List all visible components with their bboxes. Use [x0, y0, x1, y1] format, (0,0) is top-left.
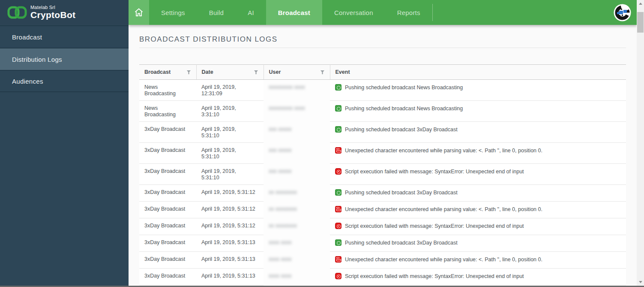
event-message: Script execution failed with message: Sy…: [345, 273, 524, 280]
user-cell-redacted: xxx xxxxx: [264, 164, 330, 185]
user-cell-redacted: xxxx xxxx: [264, 252, 330, 269]
table-row: News Broadcasting April 19, 2019, 12:31:…: [139, 80, 626, 101]
event-message: Unexpected character encountered while p…: [345, 206, 542, 213]
event-status-icon: [335, 206, 341, 212]
tab-broadcast[interactable]: Broadcast: [266, 0, 322, 25]
filter-icon[interactable]: [186, 70, 191, 75]
column-header-date[interactable]: Date: [196, 65, 264, 80]
brand-logo-area[interactable]: Matelab Srl CryptoBot: [0, 0, 129, 25]
table-row: 3xDay Broadcast April 19, 2019, 5:31:10 …: [139, 122, 626, 143]
table-row: 3xDay Broadcast April 19, 2019, 5:31:12 …: [139, 218, 626, 235]
cryptobot-logo-icon: [7, 5, 27, 20]
user-cell-redacted: xxxxxxxxx xxxx: [264, 101, 330, 122]
tab-ai[interactable]: AI: [236, 0, 266, 25]
scrollbar-up-arrow[interactable]: [637, 0, 644, 7]
filter-icon[interactable]: [254, 70, 258, 75]
event-status-icon: [335, 147, 341, 154]
event-status-icon: [335, 189, 341, 196]
user-cell-redacted: xx xxxxxxxx: [264, 185, 330, 202]
nav-separator: [432, 4, 433, 21]
user-cell-redacted: xx xxxxxxxx: [264, 218, 330, 235]
top-nav-tabs: Settings Build AI Broadcast Conversation…: [149, 0, 433, 25]
scrollbar-thumb[interactable]: [637, 12, 644, 33]
user-cell-redacted: xxxx xxxx: [264, 269, 330, 285]
avatar-logo-icon: [614, 4, 631, 21]
home-button[interactable]: [129, 0, 149, 25]
event-status-icon: [335, 273, 341, 279]
user-cell-redacted: xxxx xxxx: [264, 235, 330, 252]
event-status-icon: [335, 105, 341, 112]
event-message: Unexpected character encountered while p…: [345, 147, 542, 154]
event-message: Script execution failed with message: Sy…: [345, 223, 524, 230]
sidebar: Matelab Srl CryptoBot Broadcast Distribu…: [0, 0, 129, 287]
column-header-user[interactable]: User: [264, 65, 330, 80]
tab-reports[interactable]: Reports: [385, 0, 432, 25]
event-message: Pushing scheduled broadcast 3xDay Broadc…: [345, 126, 458, 133]
table-row: 3xDay Broadcast April 19, 2019, 5:31:13 …: [139, 252, 626, 269]
page-title: BROADCAST DISTRIBUTION LOGS: [139, 35, 626, 44]
sidebar-item-broadcast[interactable]: Broadcast: [0, 25, 129, 48]
table-row: 3xDay Broadcast April 19, 2019, 5:31:12 …: [139, 202, 626, 218]
app-window: Matelab Srl CryptoBot Broadcast Distribu…: [0, 0, 644, 287]
user-cell-redacted: xxxxxxxxx xxxx: [264, 80, 330, 101]
tab-build[interactable]: Build: [197, 0, 236, 25]
user-cell-redacted: xxx xxxxx: [264, 122, 330, 143]
tab-settings[interactable]: Settings: [149, 0, 197, 25]
user-avatar[interactable]: [614, 4, 631, 21]
event-status-icon: [335, 239, 341, 246]
user-cell-redacted: xx xxxxxxxx: [264, 202, 330, 218]
event-message: Pushing scheduled broadcast News Broadca…: [345, 84, 463, 91]
filter-icon[interactable]: [320, 70, 325, 75]
sidebar-item-audiences[interactable]: Audiences: [0, 70, 129, 92]
title-divider: [139, 48, 626, 48]
home-icon: [134, 7, 144, 18]
event-status-icon: [335, 168, 341, 175]
event-status-icon: [335, 84, 341, 91]
event-message: Pushing scheduled broadcast 3xDay Broadc…: [345, 189, 458, 196]
distribution-logs-table: Broadcast Date User: [139, 64, 626, 285]
table-body: News Broadcasting April 19, 2019, 12:31:…: [139, 80, 626, 285]
event-message: Script execution failed with message: Sy…: [345, 168, 524, 175]
event-message: Pushing scheduled broadcast News Broadca…: [345, 105, 463, 112]
column-header-event[interactable]: Event: [330, 65, 626, 80]
main-content: BROADCAST DISTRIBUTION LOGS Broadcast Da…: [129, 25, 637, 287]
table-header-row: Broadcast Date User: [139, 65, 626, 80]
user-cell-redacted: xxx xxxxx: [264, 143, 330, 164]
sidebar-item-label: Distribution Logs: [12, 56, 62, 63]
table-row: 3xDay Broadcast April 19, 2019, 5:31:12 …: [139, 185, 626, 202]
column-header-broadcast[interactable]: Broadcast: [139, 65, 196, 80]
table-row: 3xDay Broadcast April 19, 2019, 5:31:10 …: [139, 164, 626, 185]
scrollbar-down-arrow[interactable]: [637, 278, 644, 286]
table-row: 3xDay Broadcast April 19, 2019, 5:31:13 …: [139, 269, 626, 285]
vertical-scrollbar[interactable]: [637, 0, 644, 287]
event-status-icon: [335, 256, 341, 263]
event-message: Pushing scheduled broadcast 3xDay Broadc…: [345, 239, 458, 246]
tab-conversation[interactable]: Conversation: [322, 0, 385, 25]
sidebar-item-label: Audiences: [12, 78, 43, 85]
brand-product: CryptoBot: [30, 10, 75, 20]
event-message: Unexpected character encountered while p…: [345, 256, 542, 263]
top-navbar: Settings Build AI Broadcast Conversation…: [129, 0, 637, 25]
sidebar-nav: Broadcast Distribution Logs Audiences: [0, 25, 129, 92]
table-row: 3xDay Broadcast April 19, 2019, 5:31:10 …: [139, 143, 626, 164]
table-row: News Broadcasting April 19, 2019, 3:31:1…: [139, 101, 626, 122]
event-status-icon: [335, 126, 341, 133]
sidebar-item-label: Broadcast: [12, 33, 42, 41]
sidebar-item-distribution-logs[interactable]: Distribution Logs: [0, 48, 129, 70]
table-row: 3xDay Broadcast April 19, 2019, 5:31:13 …: [139, 235, 626, 252]
event-status-icon: [335, 223, 341, 229]
